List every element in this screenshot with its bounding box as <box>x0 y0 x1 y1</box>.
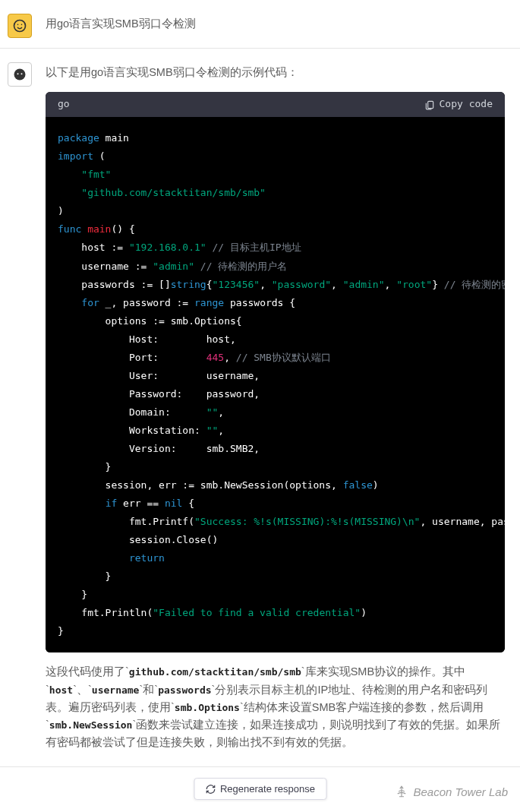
assistant-avatar <box>8 62 32 87</box>
inline-code: host <box>49 684 73 696</box>
svg-point-0 <box>14 21 26 32</box>
svg-rect-4 <box>427 101 433 108</box>
assistant-intro-text: 以下是用go语言实现SMB弱口令检测的示例代码： <box>46 64 505 81</box>
inline-code: github.com/stacktitan/smb/smb <box>129 666 301 678</box>
code-header: go Copy code <box>46 92 505 117</box>
copy-code-label: Copy code <box>440 96 493 112</box>
clipboard-icon <box>424 100 435 110</box>
assistant-message-body: 以下是用go语言实现SMB弱口令检测的示例代码： go Copy code pa… <box>46 56 520 759</box>
user-message-text: 用go语言实现SMB弱口令检测 <box>46 8 520 40</box>
assistant-explanation: 这段代码使用了`github.com/stacktitan/smb/smb`库来… <box>46 663 505 751</box>
user-avatar <box>8 14 32 38</box>
user-message-row: 用go语言实现SMB弱口令检测 <box>0 0 520 49</box>
inline-code: smb.Options <box>175 702 240 713</box>
inline-code: username <box>92 684 140 696</box>
inline-code: smb.NewSession <box>49 719 133 731</box>
svg-point-1 <box>14 69 26 81</box>
code-block: go Copy code package main import ( "fmt"… <box>46 92 505 652</box>
assistant-message-row: 以下是用go语言实现SMB弱口令检测的示例代码： go Copy code pa… <box>0 49 520 767</box>
svg-point-2 <box>17 73 19 74</box>
code-language-label: go <box>58 96 70 112</box>
code-content[interactable]: package main import ( "fmt" "github.com/… <box>46 117 505 652</box>
copy-code-button[interactable]: Copy code <box>424 96 493 112</box>
inline-code: passwords <box>158 684 211 696</box>
svg-point-3 <box>21 73 23 74</box>
